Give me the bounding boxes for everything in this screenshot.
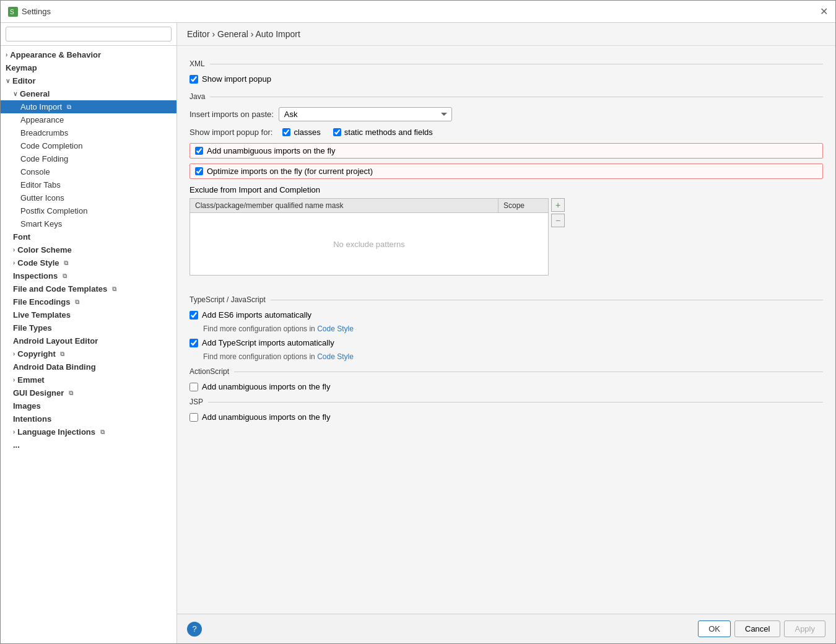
jsp-checkbox[interactable] — [189, 413, 198, 422]
xml-show-import-checkbox[interactable] — [189, 75, 198, 84]
code-style-link-1[interactable]: Code Style — [317, 324, 354, 333]
sidebar-item-color-scheme[interactable]: › Color Scheme — [1, 243, 176, 256]
add-pattern-button[interactable]: + — [551, 198, 565, 212]
sidebar-item-auto-import[interactable]: Auto Import ⧉ — [1, 100, 176, 113]
sidebar-item-label: Code Completion — [20, 141, 82, 150]
settings-app-icon: S — [8, 7, 18, 17]
exclude-section-label: Exclude from Import and Completion — [189, 185, 823, 194]
static-methods-checkbox[interactable] — [333, 128, 341, 136]
sidebar-item-label: Keymap — [6, 63, 37, 72]
sidebar-item-language-injections[interactable]: › Language Injections ⧉ — [1, 425, 176, 438]
sidebar-item-code-completion[interactable]: Code Completion — [1, 139, 176, 152]
add-ts-label-wrap[interactable]: Add TypeScript imports automatically — [189, 338, 334, 347]
sidebar-item-font[interactable]: Font — [1, 230, 176, 243]
help-button[interactable]: ? — [187, 622, 202, 637]
chevron-down-icon: ∨ — [6, 77, 10, 84]
apply-button[interactable]: Apply — [784, 620, 825, 637]
jsp-label-wrap[interactable]: Add unambiguous imports on the fly — [189, 412, 330, 422]
sidebar-item-appearance-behavior[interactable]: › Appearance & Behavior — [1, 48, 176, 61]
sidebar-item-editor-tabs[interactable]: Editor Tabs — [1, 178, 176, 191]
add-unambiguous-label: Add unambiguous imports on the fly — [207, 146, 335, 155]
chevron-right-icon: › — [13, 350, 15, 357]
sidebar-item-copyright[interactable]: › Copyright ⧉ — [1, 347, 176, 360]
add-ts-label: Add TypeScript imports automatically — [202, 338, 334, 347]
jsp-label: Add unambiguous imports on the fly — [202, 412, 330, 422]
sidebar-item-images[interactable]: Images — [1, 399, 176, 412]
sidebar-item-label: Images — [13, 401, 41, 411]
search-input[interactable] — [6, 27, 172, 41]
add-unambiguous-row: Add unambiguous imports on the fly — [189, 143, 823, 159]
add-es6-label-wrap[interactable]: Add ES6 imports automatically — [189, 310, 311, 320]
window-title: Settings — [22, 7, 51, 16]
sidebar-item-label: Appearance — [20, 115, 64, 124]
static-methods-label[interactable]: static methods and fields — [333, 128, 433, 137]
actionscript-checkbox[interactable] — [189, 383, 198, 391]
sidebar-item-console[interactable]: Console — [1, 165, 176, 178]
sidebar-item-label: Smart Keys — [20, 219, 62, 228]
sidebar-item-file-code-templates[interactable]: File and Code Templates ⧉ — [1, 282, 176, 295]
sidebar-item-file-types[interactable]: File Types — [1, 321, 176, 334]
sidebar-item-label: Code Folding — [20, 154, 68, 163]
ts-find-more-1: Find more configuration options in Code … — [203, 324, 823, 333]
copy-icon: ⧉ — [72, 298, 81, 307]
add-es6-checkbox[interactable] — [189, 311, 198, 320]
right-panel: Editor › General › Auto Import XML Show … — [177, 23, 835, 643]
sidebar-item-android-layout-editor[interactable]: Android Layout Editor — [1, 334, 176, 347]
remove-pattern-button[interactable]: − — [551, 214, 565, 227]
cancel-button[interactable]: Cancel — [734, 620, 780, 637]
sidebar-item-code-style[interactable]: › Code Style ⧉ — [1, 256, 176, 269]
sidebar-item-postfix-completion[interactable]: Postfix Completion — [1, 204, 176, 217]
close-button[interactable]: ✕ — [820, 6, 828, 17]
sidebar-item-label: Auto Import — [20, 102, 62, 111]
actionscript-section-header: ActionScript — [189, 367, 823, 376]
insert-imports-dropdown[interactable]: Ask Always Never — [279, 107, 452, 121]
sidebar-item-label: ... — [13, 440, 20, 450]
show-popup-label: Show import popup for: — [189, 128, 272, 137]
copy-icon: ⧉ — [60, 272, 69, 281]
sidebar-item-keymap[interactable]: Keymap — [1, 61, 176, 74]
classes-checkbox[interactable] — [282, 128, 290, 136]
copy-icon: ⧉ — [110, 285, 118, 294]
breadcrumb: Editor › General › Auto Import — [177, 23, 835, 46]
sidebar: › Appearance & Behavior Keymap ∨ Editor … — [1, 23, 177, 643]
actionscript-label-wrap[interactable]: Add unambiguous imports on the fly — [189, 382, 330, 391]
sidebar-item-intentions[interactable]: Intentions — [1, 412, 176, 425]
xml-show-import-row: Show import popup — [189, 74, 823, 84]
chevron-right-icon: › — [13, 246, 15, 253]
code-style-link-2[interactable]: Code Style — [317, 352, 354, 361]
sidebar-item-general[interactable]: ∨ General — [1, 87, 176, 100]
xml-show-import-label[interactable]: Show import popup — [189, 74, 271, 84]
sidebar-item-live-templates[interactable]: Live Templates — [1, 308, 176, 321]
add-ts-checkbox[interactable] — [189, 339, 198, 347]
sidebar-item-editor[interactable]: ∨ Editor — [1, 74, 176, 87]
sidebar-item-smart-keys[interactable]: Smart Keys — [1, 217, 176, 230]
sidebar-item-file-encodings[interactable]: File Encodings ⧉ — [1, 295, 176, 308]
classes-label[interactable]: classes — [282, 128, 320, 137]
jsp-row: Add unambiguous imports on the fly — [189, 412, 823, 422]
title-bar-left: S Settings — [8, 7, 51, 17]
sidebar-item-more[interactable]: ... — [1, 438, 176, 451]
optimize-imports-checkbox[interactable] — [195, 167, 203, 175]
insert-imports-label: Insert imports on paste: — [189, 110, 274, 119]
add-unambiguous-checkbox[interactable] — [195, 147, 203, 155]
sidebar-item-android-data-binding[interactable]: Android Data Binding — [1, 360, 176, 373]
copy-icon: ⧉ — [64, 103, 73, 111]
sidebar-item-emmet[interactable]: › Emmet — [1, 373, 176, 386]
settings-window: S Settings ✕ › Appearance & Behavior Key… — [0, 0, 836, 644]
sidebar-item-inspections[interactable]: Inspections ⧉ — [1, 269, 176, 282]
sidebar-item-appearance[interactable]: Appearance — [1, 113, 176, 126]
sidebar-item-label: Copyright — [17, 349, 55, 359]
sidebar-item-gui-designer[interactable]: GUI Designer ⧉ — [1, 386, 176, 399]
sidebar-item-label: Appearance & Behavior — [10, 50, 101, 59]
chevron-right-icon: › — [13, 376, 15, 383]
sidebar-item-breadcrumbs[interactable]: Breadcrumbs — [1, 126, 176, 139]
sidebar-item-label: Android Data Binding — [13, 362, 96, 372]
copy-icon: ⧉ — [62, 259, 71, 268]
show-popup-for-row: Show import popup for: classes static me… — [189, 128, 823, 137]
optimize-imports-label: Optimize imports on the fly (for current… — [207, 167, 373, 176]
ts-find-more-2: Find more configuration options in Code … — [203, 352, 823, 361]
sidebar-item-code-folding[interactable]: Code Folding — [1, 152, 176, 165]
sidebar-item-gutter-icons[interactable]: Gutter Icons — [1, 191, 176, 204]
ok-button[interactable]: OK — [698, 620, 731, 637]
footer: ? OK Cancel Apply — [177, 614, 835, 643]
